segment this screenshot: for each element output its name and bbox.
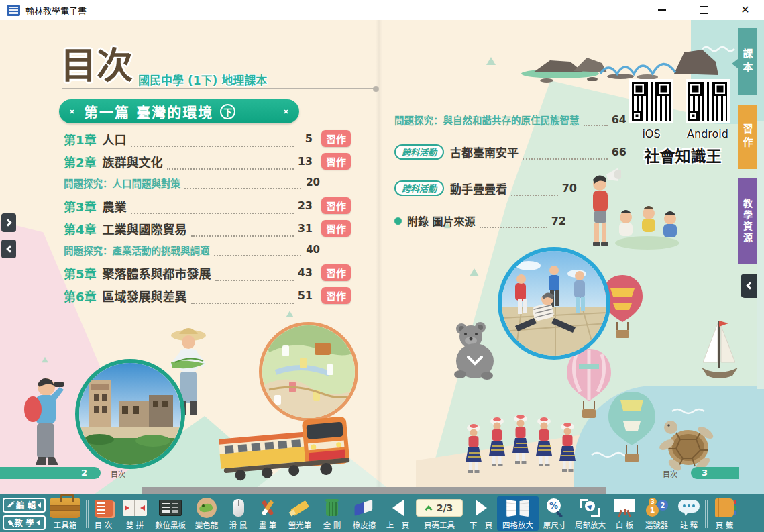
dotted-leader: [131, 142, 294, 147]
workbook-badge[interactable]: 習作: [321, 264, 351, 281]
dotted-leader: [191, 299, 294, 304]
tool-original-size[interactable]: % 原尺寸: [539, 496, 571, 531]
chapter-title: 農業: [103, 197, 127, 215]
toc-row-chapter5[interactable]: 第5章 聚落體系與都市發展 43 習作: [64, 264, 351, 281]
toc-icon: [95, 500, 113, 517]
dotted-leader: [131, 209, 294, 214]
chapter-label: 第1章: [64, 130, 97, 148]
ios-qr-code: [629, 79, 673, 123]
toc-row-chapter4[interactable]: 第4章 工業與國際貿易 31 習作: [64, 220, 351, 237]
activity-tag: 跨科活動: [394, 180, 444, 196]
balloon-pink-illustration: [565, 348, 612, 421]
dancers-illustration: [466, 413, 586, 494]
tool-pen[interactable]: 畫 筆: [253, 496, 282, 531]
dance-photo-circle: [498, 247, 610, 360]
page-number: 64: [612, 113, 626, 126]
sparkle-icon: [281, 107, 290, 116]
tool-digital-blackboard[interactable]: 數位黑板: [151, 496, 190, 531]
highlighter-icon: [290, 499, 310, 517]
prev-page-icon: [392, 500, 404, 516]
chapter-title: 聚落體系與都市發展: [103, 264, 211, 282]
chapter-label: 第5章: [64, 264, 97, 282]
collapse-panel-button[interactable]: [741, 274, 757, 298]
zoom-percent-icon: %: [545, 498, 565, 517]
titlebar: 翰林教學電子書 ✕: [0, 0, 764, 20]
workbook-badge[interactable]: 習作: [321, 220, 351, 237]
book-spread: 目次 國民中學 (1下) 地理課本 第一篇 臺灣的環境 下 第1章 人口 5 習…: [0, 20, 764, 494]
page-subtitle: 國民中學 (1下) 地理課本: [138, 71, 267, 88]
chapter-title: 區域發展與差異: [103, 287, 187, 305]
page-number: 23: [298, 199, 313, 212]
tool-delete-all[interactable]: 全 刪: [317, 496, 347, 531]
chapter-label: 第3章: [64, 197, 97, 215]
tree-icon: [470, 268, 479, 276]
tool-annotation[interactable]: 註 釋: [674, 496, 704, 531]
tool-quad-zoom[interactable]: 四格放大: [497, 496, 539, 531]
toolbox-button[interactable]: 工具箱: [46, 496, 85, 531]
page-number: 72: [551, 215, 566, 227]
toc-row-chapter6[interactable]: 第6章 區域發展與差異 51 習作: [64, 287, 351, 304]
horizontal-scrollbar[interactable]: [142, 487, 606, 494]
toolbox-icon: [50, 498, 80, 518]
activity-title: 動手疊疊看: [450, 180, 507, 197]
toc-row-explore3[interactable]: 問題探究：與自然和諧共存的原住民族智慧 64: [394, 113, 626, 126]
tree-icon: [286, 311, 293, 317]
chevron-left-icon: [746, 282, 753, 289]
expand-panel-button[interactable]: [1, 213, 16, 232]
toc-row-appendix[interactable]: 附錄 圖片來源 72: [394, 213, 566, 228]
toc-row-chapter3[interactable]: 第3章 農業 23 習作: [64, 197, 351, 214]
app-promo-name: 社會知識王: [628, 144, 738, 166]
toc-row-chapter2[interactable]: 第2章 族群與文化 13 習作: [64, 153, 351, 170]
microphone-icon: [7, 519, 13, 525]
dotted-leader: [584, 121, 608, 126]
page-number-input[interactable]: 2/3: [416, 499, 463, 517]
close-icon[interactable]: ✕: [737, 3, 753, 17]
toc-row-explore1[interactable]: 問題探究：人口問題與對策 20: [64, 176, 320, 189]
bottom-toolbar: 編 輯 教 學 工具箱 目 次 雙 拼 數位黑板: [0, 494, 764, 532]
tool-bookmark[interactable]: 頁 籤: [707, 496, 742, 531]
tab-textbook[interactable]: 課本: [738, 28, 757, 95]
tool-eraser[interactable]: 橡皮擦: [347, 496, 382, 531]
tool-mouse[interactable]: 滑 鼠: [223, 496, 253, 531]
tab-teaching-resources[interactable]: 教學資源: [738, 178, 757, 264]
tool-prev-page[interactable]: 上一頁: [382, 496, 414, 531]
tool-toc[interactable]: 目 次: [88, 496, 119, 531]
chapter-label: 第4章: [64, 220, 97, 237]
maximize-icon[interactable]: [696, 3, 712, 17]
prev-panel-button[interactable]: [1, 240, 16, 258]
tool-partial-zoom[interactable]: 局部放大: [571, 496, 610, 531]
page-number-right: 3: [691, 467, 739, 479]
toc-row-activity2[interactable]: 跨科活動 動手疊疊看 70: [394, 180, 577, 196]
open-book-icon: [506, 499, 530, 517]
toc-row-chapter1[interactable]: 第1章 人口 5 習作: [64, 130, 351, 147]
dotted-leader: [511, 191, 558, 196]
dotted-leader: [167, 165, 294, 170]
workbook-badge[interactable]: 習作: [321, 197, 351, 214]
tool-chameleon[interactable]: 變色龍: [190, 496, 223, 531]
workbook-badge[interactable]: 習作: [321, 287, 351, 304]
page-number: 43: [298, 266, 313, 279]
tool-dual-page[interactable]: 雙 拼: [119, 496, 151, 531]
page-number: 20: [305, 176, 320, 189]
tool-number-picker[interactable]: 3 2 1 選號器: [639, 496, 674, 531]
tool-next-page[interactable]: 下一頁: [465, 496, 497, 531]
whiteboard-icon: [614, 498, 635, 517]
explore-title: 問題探究：人口問題與對策: [64, 176, 180, 190]
tool-highlighter[interactable]: 螢光筆: [282, 496, 317, 531]
minimize-icon[interactable]: [654, 3, 670, 17]
edit-mode-button[interactable]: 編 輯: [3, 498, 46, 513]
trash-icon: [324, 499, 340, 517]
toc-row-activity1[interactable]: 跨科活動 古都臺南安平 66: [394, 144, 626, 160]
tool-whiteboard[interactable]: 白 板: [610, 496, 639, 531]
dual-page-icon: [123, 500, 147, 516]
workbook-badge[interactable]: 習作: [321, 153, 351, 170]
workbook-badge[interactable]: 習作: [321, 130, 351, 147]
page-indicator-value: 2/3: [437, 502, 453, 513]
activity-title: 古都臺南安平: [450, 144, 519, 160]
toc-row-explore2[interactable]: 問題探究：產業活動的挑戰與調適 40: [64, 243, 320, 256]
tool-page-number[interactable]: 2/3 頁碼工具: [414, 496, 465, 531]
chevron-right-icon: [4, 219, 11, 226]
teach-mode-button[interactable]: 教 學: [3, 515, 46, 530]
tab-workbook[interactable]: 習作: [738, 105, 757, 169]
volume-badge: 下: [220, 104, 235, 119]
